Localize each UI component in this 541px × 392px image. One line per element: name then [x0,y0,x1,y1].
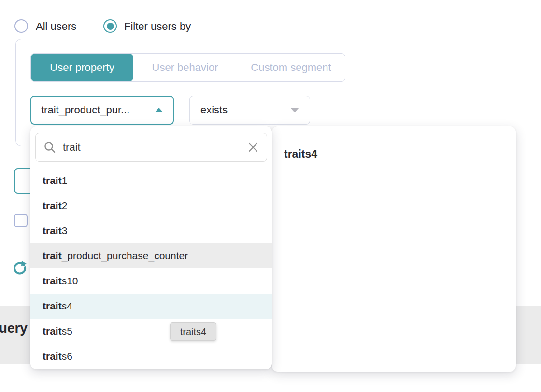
detail-panel-title: traits4 [284,148,317,161]
option-rest-text: 2 [62,200,68,211]
filter-type-tabs: User property User behavior Custom segme… [30,53,345,82]
refresh-icon-glyph [12,260,28,275]
tab-user-property-label: User property [50,61,114,74]
property-search-input[interactable] [63,141,247,154]
option-trait1[interactable]: trait1 [30,168,272,193]
property-select-value: trait_product_pur... [41,104,129,116]
drag-tooltip: traits4 [170,322,216,341]
option-trait-product-purchase-counter[interactable]: trait_product_purchase_counter [30,243,272,268]
all-users-radio[interactable] [14,19,28,33]
option-traits4[interactable]: traits4 [30,294,272,319]
close-icon [247,141,259,153]
option-match-text: trait [43,350,62,362]
filter-users-by-radio[interactable] [103,19,117,33]
chevron-up-icon [155,108,163,112]
option-match-text: trait [43,200,62,211]
option-rest-text: s6 [62,350,72,362]
option-rest-text: s5 [62,325,72,337]
option-match-text: trait [43,300,62,312]
option-rest-text: 1 [62,175,68,186]
segment-filter-screen: All users Filter users by User property … [0,0,541,392]
property-select[interactable]: trait_product_pur... [30,96,174,125]
option-trait2[interactable]: trait2 [30,193,272,218]
option-traits5[interactable]: traits5 [30,319,272,344]
refresh-icon[interactable] [12,260,28,275]
tab-user-behavior[interactable]: User behavior [133,54,237,81]
property-search-box [35,133,267,162]
clear-search-icon[interactable] [247,141,259,153]
operator-select-value: exists [200,104,228,116]
audience-radio-group: All users Filter users by [0,0,541,39]
all-users-label: All users [36,20,76,33]
chevron-down-icon [290,108,299,112]
tab-custom-segment-label: Custom segment [251,61,331,74]
filter-users-by-label: Filter users by [124,20,191,33]
operator-select[interactable]: exists [189,96,310,125]
left-checkbox[interactable] [14,214,28,227]
option-match-text: trait [43,325,62,337]
query-section-title: Query [0,321,28,336]
option-rest-text: _product_purchase_counter [62,250,188,262]
option-trait3[interactable]: trait3 [30,218,272,243]
tab-custom-segment[interactable]: Custom segment [237,54,345,81]
option-rest-text: 3 [62,225,68,237]
option-match-text: trait [43,275,62,287]
option-rest-text: s4 [62,300,72,312]
option-match-text: trait [43,225,62,237]
property-detail-panel: traits4 [272,126,516,372]
option-rest-text: s10 [62,275,78,287]
tab-user-property[interactable]: User property [31,54,133,81]
option-match-text: trait [43,250,62,262]
option-traits6[interactable]: traits6 [30,344,272,369]
search-icon [43,141,56,154]
tab-user-behavior-label: User behavior [152,61,218,74]
option-match-text: trait [43,175,62,186]
property-option-list: trait1 trait2 trait3 trait_product_purch… [30,168,272,369]
option-traits10[interactable]: traits10 [30,268,272,294]
property-dropdown-panel: trait1 trait2 trait3 trait_product_purch… [30,126,272,369]
